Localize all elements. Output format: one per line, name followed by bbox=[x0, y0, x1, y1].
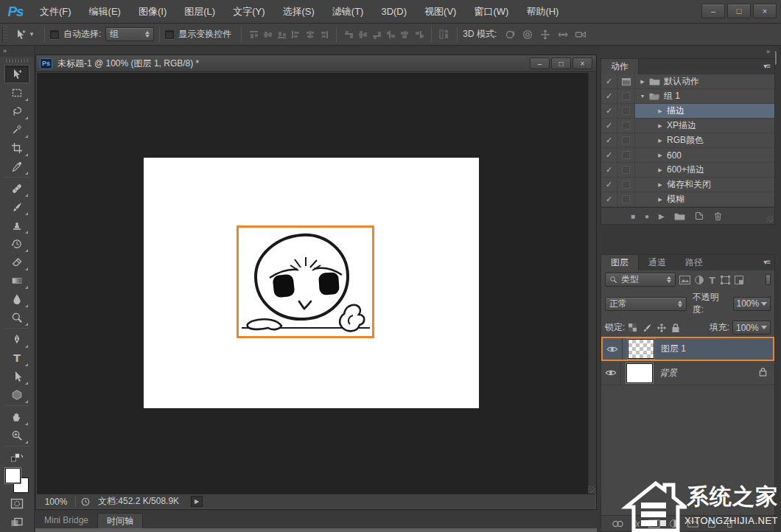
action-check-icon[interactable]: ✓ bbox=[601, 104, 617, 118]
distribute-left-edges-icon[interactable] bbox=[385, 29, 396, 40]
shape-filter-icon[interactable] bbox=[720, 275, 731, 285]
tool-path-selection[interactable] bbox=[4, 367, 29, 385]
collapsed-caret-icon[interactable]: ▶ bbox=[657, 153, 663, 158]
document-page[interactable] bbox=[144, 158, 479, 408]
tool-rectangular-marquee[interactable] bbox=[4, 83, 29, 102]
delete-button[interactable] bbox=[713, 211, 723, 221]
tool-clone-stamp[interactable] bbox=[4, 216, 29, 234]
tab-actions[interactable]: 动作 bbox=[601, 59, 639, 74]
new-set-button[interactable] bbox=[674, 212, 685, 220]
tool-spot-healing-brush[interactable] bbox=[4, 179, 29, 197]
canvas-area[interactable] bbox=[37, 73, 588, 494]
action-row-save-close[interactable]: ✓ ▶储存和关闭 bbox=[601, 178, 774, 192]
action-modal-toggle[interactable] bbox=[617, 119, 635, 133]
dock-collapse-icon[interactable]: » bbox=[600, 46, 775, 58]
layer-row-layer1[interactable]: 图层 1 bbox=[601, 337, 774, 361]
3d-slide-icon[interactable] bbox=[557, 29, 569, 41]
action-row-600-stroke[interactable]: ✓ ▶600+描边 bbox=[601, 163, 774, 178]
action-check-icon[interactable]: ✓ bbox=[601, 163, 617, 177]
menu-view[interactable]: 视图(V) bbox=[416, 0, 465, 24]
layers-panel-menu-icon[interactable]: ▾≡ bbox=[763, 258, 770, 266]
vertical-scrollbar[interactable] bbox=[588, 73, 596, 494]
action-modal-toggle[interactable] bbox=[617, 133, 635, 147]
collapsed-caret-icon[interactable]: ▶ bbox=[640, 79, 645, 85]
blend-mode-dropdown[interactable]: 正常 bbox=[605, 297, 687, 311]
align-left-edges-icon[interactable] bbox=[290, 29, 301, 40]
menu-filter[interactable]: 滤镜(T) bbox=[323, 0, 373, 24]
filter-toggle-switch[interactable] bbox=[766, 274, 771, 285]
lock-all-icon[interactable] bbox=[671, 323, 680, 333]
screen-mode-button[interactable] bbox=[4, 513, 29, 531]
foreground-color-swatch[interactable] bbox=[5, 468, 21, 483]
distribute-vertical-centers-icon[interactable] bbox=[357, 29, 368, 40]
tab-paths[interactable]: 路径 bbox=[676, 255, 712, 270]
smart-object-filter-icon[interactable] bbox=[734, 275, 744, 285]
action-check-icon[interactable]: ✓ bbox=[601, 192, 617, 206]
document-title-bar[interactable]: Ps 未标题-1 @ 100% (图层 1, RGB/8) * – □ × bbox=[36, 55, 596, 72]
lock-transparent-icon[interactable] bbox=[628, 323, 637, 332]
tools-collapse-icon[interactable]: » bbox=[0, 46, 34, 57]
layer-visibility-toggle[interactable] bbox=[603, 338, 623, 360]
play-button[interactable]: ▶ bbox=[659, 212, 665, 220]
tool-quick-selection[interactable] bbox=[4, 120, 29, 139]
action-row-blur[interactable]: ✓ ▶模糊 bbox=[601, 192, 774, 207]
tool-pen[interactable] bbox=[4, 330, 29, 349]
tab-mini-bridge[interactable]: Mini Bridge bbox=[35, 513, 97, 528]
tool-crop[interactable] bbox=[4, 139, 29, 157]
action-row-stroke[interactable]: ✓ ▶描边 bbox=[601, 104, 774, 119]
current-tool-preset[interactable]: ▼ bbox=[10, 29, 39, 41]
auto-select-dropdown[interactable]: 组 bbox=[105, 27, 154, 41]
align-top-edges-icon[interactable] bbox=[248, 29, 259, 40]
3d-camera-icon[interactable] bbox=[575, 29, 587, 41]
menu-layer[interactable]: 图层(L) bbox=[175, 0, 224, 24]
collapsed-caret-icon[interactable]: ▶ bbox=[657, 138, 663, 144]
filter-type-dropdown[interactable]: 类型 bbox=[605, 273, 676, 287]
action-row-600[interactable]: ✓ ▶600 bbox=[601, 148, 774, 163]
close-button[interactable]: × bbox=[753, 4, 777, 18]
menu-help[interactable]: 帮助(H) bbox=[517, 0, 567, 24]
layer-thumbnail[interactable] bbox=[628, 339, 654, 359]
layer-name[interactable]: 图层 1 bbox=[661, 343, 686, 355]
type-filter-icon[interactable]: T bbox=[707, 275, 717, 285]
action-row-rgb-color[interactable]: ✓ ▶RGB颜色 bbox=[601, 133, 774, 148]
opacity-value-box[interactable]: 100% bbox=[733, 297, 771, 311]
swap-colors-icon[interactable] bbox=[4, 448, 29, 466]
action-modal-toggle[interactable] bbox=[617, 89, 635, 103]
tab-channels[interactable]: 通道 bbox=[639, 255, 676, 270]
collapsed-caret-icon[interactable]: ▶ bbox=[657, 197, 663, 203]
options-bar-grip[interactable] bbox=[2, 27, 7, 43]
tool-history-brush[interactable] bbox=[4, 234, 29, 253]
layer-visibility-toggle[interactable] bbox=[601, 361, 621, 385]
tool-eraser[interactable] bbox=[4, 253, 29, 271]
adjustment-filter-icon[interactable] bbox=[694, 275, 704, 285]
layer-name[interactable]: 背景 bbox=[659, 367, 677, 379]
action-modal-toggle[interactable] bbox=[617, 163, 635, 177]
align-vertical-centers-icon[interactable] bbox=[262, 29, 273, 40]
action-check-icon[interactable]: ✓ bbox=[601, 119, 617, 133]
menu-3d[interactable]: 3D(D) bbox=[372, 0, 416, 24]
action-check-icon[interactable]: ✓ bbox=[601, 74, 617, 88]
tool-type[interactable]: T bbox=[4, 349, 29, 367]
distribute-top-edges-icon[interactable] bbox=[343, 29, 354, 40]
collapsed-caret-icon[interactable]: ▶ bbox=[657, 108, 663, 114]
expanded-caret-icon[interactable]: ▼ bbox=[640, 94, 645, 99]
foreground-background-swatches[interactable] bbox=[4, 468, 29, 493]
3d-rotate-icon[interactable] bbox=[504, 29, 516, 41]
zoom-level[interactable]: 100% bbox=[37, 497, 75, 507]
action-check-icon[interactable]: ✓ bbox=[601, 89, 617, 103]
tab-timeline[interactable]: 时间轴 bbox=[97, 513, 143, 528]
tool-hand[interactable] bbox=[4, 407, 29, 426]
layer-row-background[interactable]: 背景 bbox=[601, 361, 774, 385]
tool-blur[interactable] bbox=[4, 290, 29, 308]
align-horizontal-centers-icon[interactable] bbox=[304, 29, 315, 40]
align-bottom-edges-icon[interactable] bbox=[276, 29, 287, 40]
doc-minimize-button[interactable]: – bbox=[530, 57, 550, 69]
pixel-filter-icon[interactable] bbox=[679, 275, 691, 285]
tool-move[interactable] bbox=[4, 65, 29, 83]
action-modal-toggle[interactable] bbox=[617, 178, 635, 192]
layer-thumbnail[interactable] bbox=[626, 363, 653, 383]
tool-shape[interactable] bbox=[4, 385, 29, 404]
action-modal-toggle[interactable] bbox=[617, 104, 635, 118]
tool-lasso[interactable] bbox=[4, 102, 29, 120]
tool-eyedropper[interactable] bbox=[4, 157, 29, 175]
